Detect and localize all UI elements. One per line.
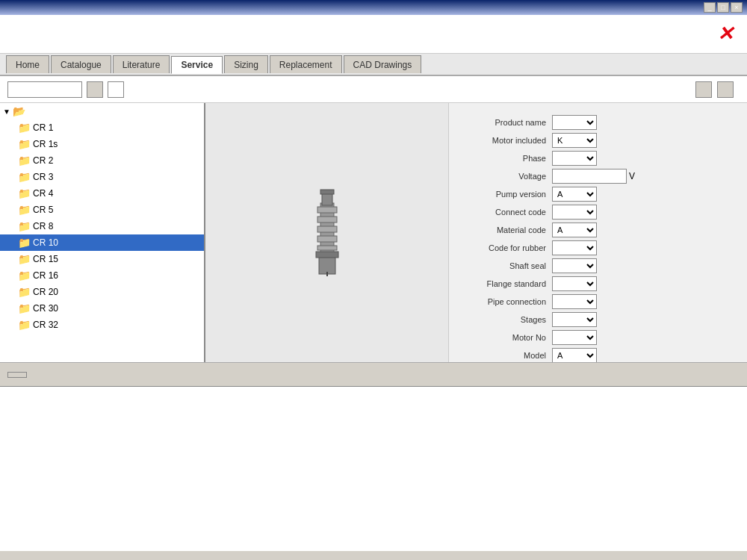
- product-no-input[interactable]: [7, 81, 82, 98]
- criteria-select-11[interactable]: [552, 312, 597, 327]
- settings-button[interactable]: [717, 81, 734, 98]
- criteria-control-7: [552, 240, 597, 255]
- criteria-label-13: Model: [455, 351, 552, 360]
- submit-button[interactable]: [87, 81, 103, 98]
- tree-item-label: CR 20: [33, 287, 58, 297]
- criteria-select-12[interactable]: [552, 330, 597, 345]
- tree-panel: ▼ CR 1CR 1sCR 2CR 3CR 4CR 5CR 8CR 10CR 1…: [0, 103, 205, 362]
- tree-item-label: CR 15: [33, 254, 58, 264]
- tree-item-cr-8[interactable]: CR 8: [0, 218, 204, 234]
- tree-item-cr-2[interactable]: CR 2: [0, 152, 204, 169]
- tree-item-cr-30[interactable]: CR 30: [0, 300, 204, 317]
- tree-item-cr-15[interactable]: CR 15: [0, 251, 204, 267]
- criteria-control-9: [552, 276, 597, 291]
- login-button[interactable]: [695, 81, 712, 98]
- toolbar-right: [695, 81, 740, 98]
- folder-icon: [18, 155, 31, 167]
- criteria-row-6: Material codeA: [455, 223, 741, 237]
- close-button[interactable]: [7, 372, 27, 378]
- tree-item-cr-32[interactable]: CR 32: [0, 317, 204, 333]
- folder-icon: [18, 204, 31, 216]
- close-window-button[interactable]: ×: [731, 2, 743, 13]
- nav-item-home[interactable]: Home: [6, 55, 49, 73]
- bottom-section: [0, 363, 747, 551]
- criteria-control-13: A: [552, 348, 597, 362]
- criteria-suffix-3: V: [629, 171, 635, 181]
- nav-item-replacement[interactable]: Replacement: [270, 55, 342, 73]
- nav-item-literature[interactable]: Literature: [113, 55, 170, 73]
- criteria-control-12: [552, 330, 597, 345]
- service-video-button[interactable]: [108, 81, 124, 98]
- criteria-select-9[interactable]: [552, 276, 597, 291]
- criteria-control-4: A: [552, 187, 597, 202]
- grundfos-icon: ✕: [717, 22, 735, 46]
- criteria-label-4: Pump version: [455, 190, 552, 199]
- nav-item-sizing[interactable]: Sizing: [224, 55, 268, 73]
- minimize-button[interactable]: _: [704, 2, 716, 13]
- tree-item-label: CR 30: [33, 303, 58, 314]
- tree-item-cr-4[interactable]: CR 4: [0, 185, 204, 202]
- criteria-select-7[interactable]: [552, 240, 597, 255]
- criteria-select-0[interactable]: [552, 115, 597, 130]
- pagination-bar: [0, 363, 747, 387]
- tree-item-cr-3[interactable]: CR 3: [0, 169, 204, 185]
- criteria-label-5: Connect code: [455, 208, 552, 217]
- criteria-input-3[interactable]: [552, 169, 627, 184]
- product-image-panel: [205, 103, 448, 362]
- criteria-control-1: K: [552, 133, 597, 148]
- root-folder-icon: [13, 105, 25, 117]
- criteria-select-8[interactable]: [552, 258, 597, 273]
- tree-item-cr-16[interactable]: CR 16: [0, 267, 204, 284]
- criteria-label-7: Code for rubber: [455, 243, 552, 252]
- tree-item-label: CR 16: [33, 270, 58, 281]
- pagination-info: [27, 370, 695, 379]
- nav-item-cad-drawings[interactable]: CAD Drawings: [344, 55, 422, 73]
- header: ✕: [0, 15, 747, 54]
- criteria-rows: Product nameMotor includedKPhaseVoltage …: [455, 115, 741, 362]
- criteria-row-7: Code for rubber: [455, 240, 741, 255]
- folder-icon: [18, 171, 31, 183]
- results-table-wrap[interactable]: [0, 387, 747, 551]
- nav-item-service[interactable]: Service: [171, 56, 223, 74]
- criteria-select-1[interactable]: K: [552, 133, 597, 148]
- svg-rect-9: [320, 190, 334, 194]
- svg-rect-6: [317, 236, 337, 242]
- maximize-button[interactable]: □: [717, 2, 729, 13]
- criteria-label-12: Motor No: [455, 333, 552, 342]
- svg-rect-7: [317, 246, 337, 250]
- criteria-row-9: Flange standard: [455, 276, 741, 291]
- criteria-select-6[interactable]: A: [552, 223, 597, 237]
- criteria-control-2: [552, 151, 597, 166]
- tree-item-cr-10[interactable]: CR 10: [0, 234, 204, 251]
- criteria-select-2[interactable]: [552, 151, 597, 166]
- criteria-control-5: [552, 205, 597, 220]
- nav-item-catalogue[interactable]: Catalogue: [51, 55, 111, 73]
- tree-root[interactable]: ▼: [0, 103, 204, 119]
- criteria-select-10[interactable]: [552, 294, 597, 309]
- criteria-select-4[interactable]: A: [552, 187, 597, 202]
- tree-item-label: CR 5: [33, 205, 53, 215]
- titlebar: _ □ ×: [0, 0, 747, 15]
- criteria-row-0: Product name: [455, 115, 741, 130]
- tree-item-cr-5[interactable]: CR 5: [0, 202, 204, 218]
- folder-icon: [18, 319, 31, 331]
- tree-item-label: CR 32: [33, 320, 58, 330]
- criteria-row-8: Shaft seal: [455, 258, 741, 273]
- tree-item-label: CR 1: [33, 122, 53, 133]
- criteria-control-0: [552, 115, 597, 130]
- tree-item-cr-1s[interactable]: CR 1s: [0, 136, 204, 152]
- titlebar-controls: _ □ ×: [704, 2, 743, 13]
- criteria-label-11: Stages: [455, 315, 552, 324]
- criteria-label-9: Flange standard: [455, 279, 552, 288]
- criteria-row-12: Motor No: [455, 330, 741, 345]
- criteria-select-5[interactable]: [552, 205, 597, 220]
- tree-item-cr-1[interactable]: CR 1: [0, 119, 204, 136]
- tree-item-label: CR 10: [33, 237, 58, 248]
- tree-scroll[interactable]: ▼ CR 1CR 1sCR 2CR 3CR 4CR 5CR 8CR 10CR 1…: [0, 103, 204, 362]
- criteria-select-13[interactable]: A: [552, 348, 597, 362]
- criteria-row-2: Phase: [455, 151, 741, 166]
- tree-item-cr-20[interactable]: CR 20: [0, 284, 204, 300]
- criteria-control-11: [552, 312, 597, 327]
- criteria-row-13: ModelA: [455, 348, 741, 362]
- tree-item-label: CR 1s: [33, 139, 58, 149]
